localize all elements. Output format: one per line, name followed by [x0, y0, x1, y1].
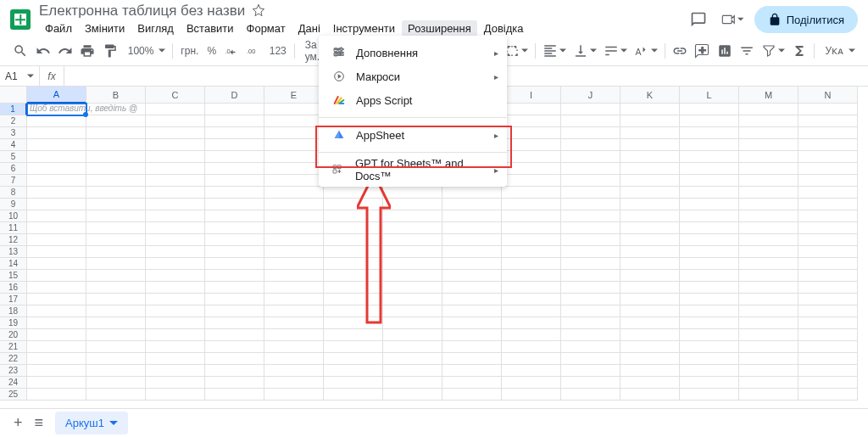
cell[interactable] — [86, 282, 146, 294]
cell[interactable] — [86, 139, 146, 151]
cell[interactable] — [86, 187, 146, 199]
cell[interactable] — [383, 317, 442, 329]
cell[interactable] — [798, 104, 858, 115]
cell[interactable] — [561, 210, 620, 222]
cell[interactable] — [620, 270, 680, 282]
cell[interactable] — [264, 353, 324, 365]
cell[interactable] — [442, 329, 502, 341]
cell[interactable] — [680, 104, 739, 115]
cell[interactable] — [680, 151, 739, 163]
cell[interactable] — [27, 115, 86, 127]
column-header[interactable]: J — [561, 87, 620, 104]
row-header[interactable]: 16 — [0, 282, 27, 294]
cell[interactable] — [27, 127, 86, 139]
cell[interactable] — [383, 377, 442, 389]
cell[interactable] — [27, 305, 86, 317]
menu-data[interactable]: Дані — [292, 20, 326, 36]
cell[interactable] — [383, 389, 442, 401]
cell[interactable] — [324, 305, 383, 317]
cell[interactable] — [739, 377, 798, 389]
zoom-dropdown[interactable]: 100% — [122, 45, 169, 57]
filter-views-icon[interactable] — [759, 43, 787, 59]
cell[interactable] — [264, 294, 324, 305]
row-header[interactable]: 7 — [0, 175, 27, 187]
cell[interactable] — [324, 365, 383, 377]
cell[interactable] — [561, 305, 620, 317]
cell[interactable] — [739, 317, 798, 329]
cell[interactable] — [383, 305, 442, 317]
cell[interactable] — [739, 210, 798, 222]
cell[interactable] — [798, 187, 858, 199]
row-header[interactable]: 1 — [0, 104, 27, 115]
cell[interactable] — [502, 365, 561, 377]
row-header[interactable]: 5 — [0, 151, 27, 163]
cell[interactable] — [680, 175, 739, 187]
cell[interactable] — [502, 246, 561, 258]
cell[interactable] — [205, 389, 264, 401]
number-format[interactable]: 123 — [266, 45, 290, 57]
cell[interactable] — [324, 258, 383, 270]
cell[interactable] — [798, 317, 858, 329]
wrap-icon[interactable] — [601, 43, 630, 59]
cell[interactable] — [739, 115, 798, 127]
cell[interactable] — [502, 258, 561, 270]
cell[interactable] — [502, 199, 561, 210]
cell[interactable] — [442, 187, 502, 199]
cell[interactable] — [27, 341, 86, 353]
cell[interactable] — [324, 389, 383, 401]
cell[interactable] — [739, 294, 798, 305]
cell[interactable] — [739, 234, 798, 246]
cell[interactable] — [561, 222, 620, 234]
cell[interactable] — [680, 317, 739, 329]
cell[interactable] — [205, 104, 264, 115]
cell[interactable] — [680, 282, 739, 294]
cell[interactable] — [383, 187, 442, 199]
cell[interactable] — [264, 377, 324, 389]
cell[interactable] — [86, 175, 146, 187]
cell[interactable] — [324, 377, 383, 389]
cell[interactable] — [502, 163, 561, 175]
row-header[interactable]: 13 — [0, 246, 27, 258]
cell[interactable] — [27, 163, 86, 175]
cell[interactable] — [264, 258, 324, 270]
cell[interactable] — [146, 199, 205, 210]
cell[interactable] — [620, 317, 680, 329]
cell[interactable] — [798, 115, 858, 127]
menu-insert[interactable]: Вставити — [181, 20, 240, 36]
cell[interactable] — [264, 187, 324, 199]
cell[interactable] — [739, 389, 798, 401]
cell[interactable] — [86, 163, 146, 175]
cell[interactable] — [798, 234, 858, 246]
cell[interactable] — [620, 329, 680, 341]
cell[interactable] — [146, 222, 205, 234]
cell[interactable] — [86, 389, 146, 401]
cell[interactable] — [442, 365, 502, 377]
add-sheet-button[interactable]: + — [14, 414, 23, 432]
cell[interactable] — [561, 389, 620, 401]
cell[interactable] — [383, 199, 442, 210]
name-box[interactable]: A1 — [0, 70, 39, 82]
cell[interactable] — [205, 210, 264, 222]
cell[interactable] — [442, 234, 502, 246]
cell[interactable] — [205, 258, 264, 270]
cell[interactable] — [739, 365, 798, 377]
cell[interactable] — [442, 389, 502, 401]
dropdown-macros[interactable]: Макроси ▸ — [319, 64, 507, 88]
cell[interactable] — [86, 151, 146, 163]
cell[interactable] — [264, 305, 324, 317]
cell[interactable] — [739, 175, 798, 187]
cell[interactable] — [205, 317, 264, 329]
undo-icon[interactable] — [32, 40, 53, 62]
valign-icon[interactable] — [570, 43, 599, 59]
share-button[interactable]: Поділитися — [754, 6, 858, 33]
cell[interactable] — [620, 210, 680, 222]
cell[interactable] — [264, 115, 324, 127]
cell[interactable] — [798, 270, 858, 282]
cell[interactable] — [502, 294, 561, 305]
cell[interactable] — [383, 234, 442, 246]
cell[interactable] — [739, 127, 798, 139]
cell[interactable] — [383, 270, 442, 282]
cell[interactable] — [739, 246, 798, 258]
cell[interactable] — [146, 341, 205, 353]
cell[interactable] — [86, 329, 146, 341]
